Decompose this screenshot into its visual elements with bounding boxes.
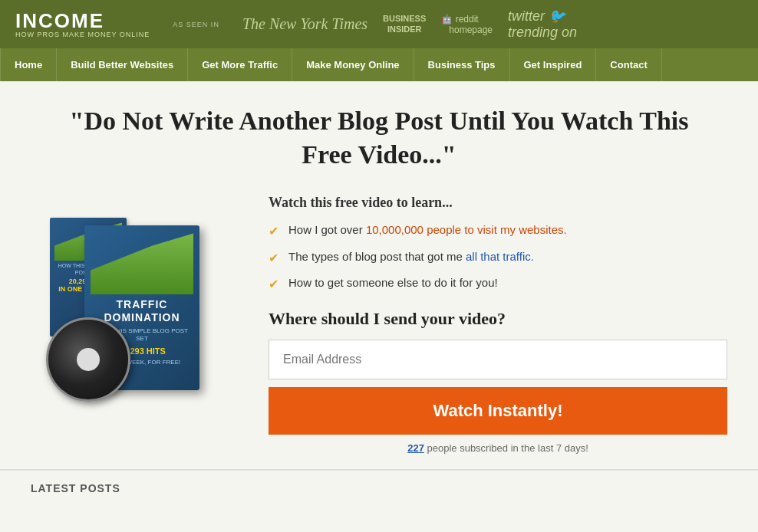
dvd-disc — [46, 317, 130, 402]
book-domination: DOMINATION — [104, 311, 180, 324]
nav-business-tips[interactable]: Business Tips — [414, 48, 510, 81]
main-nav: Home Build Better Websites Get More Traf… — [0, 48, 758, 81]
bullet-link-2[interactable]: all that traffic. — [466, 250, 534, 263]
site-header: INCOME HOW PROS MAKE MONEY ONLINE AS SEE… — [0, 0, 758, 48]
logo[interactable]: INCOME HOW PROS MAKE MONEY ONLINE — [15, 11, 150, 38]
subscribe-count: 227 — [407, 442, 424, 454]
reddit-logo: 🤖 reddit homepage — [441, 14, 493, 35]
nav-make-money-online[interactable]: Make Money Online — [292, 48, 414, 81]
watch-intro: Watch this free video to learn... — [269, 195, 727, 211]
subscribe-suffix: people subscribed in the last 7 days! — [424, 442, 588, 454]
twitter-logo: twitter 🐦trending on — [508, 8, 577, 41]
bullet-item-3: ✔ How to get someone else to do it for y… — [269, 274, 727, 293]
main-content: "Do Not Write Another Blog Post Until Yo… — [0, 81, 758, 469]
where-send-label: Where should I send your video? — [269, 309, 727, 329]
book-stack: HOW THIS SIMPLE BLOPOST SET 20,293 HITSI… — [46, 210, 230, 409]
bullet-text-1: How I got over 10,000,000 people to visi… — [288, 222, 567, 238]
watch-instantly-button[interactable]: Watch Instantly! — [269, 387, 727, 435]
as-seen-in-label: AS SEEN IN — [173, 21, 219, 28]
nav-get-more-traffic[interactable]: Get More Traffic — [188, 48, 292, 81]
subscribe-text: 227 people subscribed in the last 7 days… — [269, 442, 727, 454]
disc-inner — [77, 348, 100, 371]
check-icon-1: ✔ — [269, 223, 281, 240]
bullet-text-2: The types of blog post that got me all t… — [288, 248, 534, 264]
bullet-list: ✔ How I got over 10,000,000 people to vi… — [269, 222, 727, 293]
book-chart — [91, 233, 193, 294]
nyt-logo: The New York Times — [242, 15, 367, 33]
latest-posts-title: LATEST POSTS — [31, 482, 727, 494]
bullet-item-1: ✔ How I got over 10,000,000 people to vi… — [269, 222, 727, 240]
check-icon-3: ✔ — [269, 276, 281, 293]
nav-contact[interactable]: Contact — [596, 48, 661, 81]
media-logos: The New York Times BUSINESSINSIDER 🤖 red… — [242, 8, 743, 41]
content-area: HOW THIS SIMPLE BLOPOST SET 20,293 HITSI… — [31, 195, 727, 453]
main-headline: "Do Not Write Another Blog Post Until Yo… — [31, 104, 727, 172]
right-content: Watch this free video to learn... ✔ How … — [269, 195, 727, 453]
book-image-area: HOW THIS SIMPLE BLOPOST SET 20,293 HITSI… — [31, 195, 246, 409]
logo-title: INCOME — [15, 11, 150, 31]
check-icon-2: ✔ — [269, 250, 281, 267]
bullet-text-3: How to get someone else to do it for you… — [288, 274, 498, 291]
business-insider-logo: BUSINESSINSIDER — [383, 14, 426, 34]
email-input[interactable] — [269, 340, 727, 379]
logo-subtitle: HOW PROS MAKE MONEY ONLINE — [15, 31, 150, 38]
nav-get-inspired[interactable]: Get Inspired — [510, 48, 597, 81]
bullet-item-2: ✔ The types of blog post that got me all… — [269, 248, 727, 267]
bullet-link-1[interactable]: 10,000,000 people to visit my websites. — [366, 223, 567, 236]
nav-build-better-websites[interactable]: Build Better Websites — [57, 48, 188, 81]
book-title: TRAFFIC — [117, 298, 168, 311]
nav-home[interactable]: Home — [0, 48, 57, 81]
latest-posts-section: LATEST POSTS — [0, 469, 758, 510]
